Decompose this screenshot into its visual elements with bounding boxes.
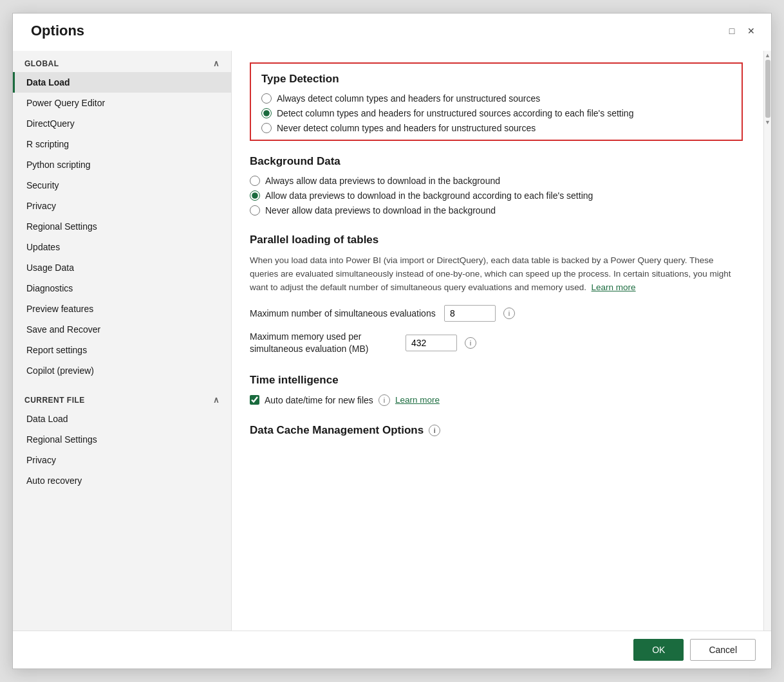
title-bar: Options □ ✕ xyxy=(13,14,771,44)
background-data-radio-0[interactable] xyxy=(250,176,260,186)
global-header-label: GLOBAL xyxy=(24,59,59,68)
sidebar-item-global-13[interactable]: Report settings xyxy=(13,340,231,360)
type-detection-radio-text-2: Never detect column types and headers fo… xyxy=(277,123,536,133)
dialog-footer: OK Cancel xyxy=(13,631,771,668)
sidebar-item-global-12[interactable]: Save and Recover xyxy=(13,319,231,340)
background-data-radio-text-1: Allow data previews to download in the b… xyxy=(265,190,593,201)
global-section-header: GLOBAL ∧ xyxy=(13,51,231,72)
main-content: Type Detection Always detect column type… xyxy=(232,51,763,631)
maximize-button[interactable]: □ xyxy=(723,24,740,38)
background-data-radio-label-1[interactable]: Allow data previews to download in the b… xyxy=(250,190,743,201)
parallel-loading-title: Parallel loading of tables xyxy=(250,234,743,246)
max-memory-label: Maximum memory used per simultaneous eva… xyxy=(250,331,398,356)
background-data-section: Background Data Always allow data previe… xyxy=(250,155,743,216)
background-data-radio-2[interactable] xyxy=(250,205,260,216)
current-file-chevron-icon: ∧ xyxy=(213,395,219,405)
background-data-radio-label-0[interactable]: Always allow data previews to download i… xyxy=(250,176,743,186)
sidebar-item-global-5[interactable]: Security xyxy=(13,175,231,196)
data-cache-section: Data Cache Management Options i xyxy=(250,424,743,437)
max-evaluations-input[interactable] xyxy=(444,305,496,322)
right-scrollbar[interactable]: ▲ ▼ xyxy=(763,51,771,631)
sidebar-item-global-2[interactable]: DirectQuery xyxy=(13,113,231,134)
sidebar-item-global-10[interactable]: Diagnostics xyxy=(13,278,231,299)
max-evaluations-info-icon: i xyxy=(503,308,515,319)
sidebar: GLOBAL ∧ Data LoadPower Query EditorDire… xyxy=(13,51,232,631)
parallel-learn-more-link[interactable]: Learn more xyxy=(592,282,636,292)
sidebar-item-global-7[interactable]: Regional Settings xyxy=(13,216,231,237)
sidebar-scroll[interactable]: GLOBAL ∧ Data LoadPower Query EditorDire… xyxy=(13,51,231,624)
scroll-thumb xyxy=(765,60,770,118)
type-detection-radio-2[interactable] xyxy=(261,123,272,133)
sidebar-item-global-3[interactable]: R scripting xyxy=(13,134,231,154)
scroll-down-arrow: ▼ xyxy=(765,119,770,125)
sidebar-item-current-3[interactable]: Auto recovery xyxy=(13,470,231,491)
type-detection-radio-0[interactable] xyxy=(261,93,272,104)
type-detection-section: Type Detection Always detect column type… xyxy=(250,62,743,141)
sidebar-item-global-8[interactable]: Updates xyxy=(13,237,231,257)
sidebar-item-current-1[interactable]: Regional Settings xyxy=(13,429,231,450)
background-data-radio-1[interactable] xyxy=(250,190,260,201)
title-bar-buttons: □ ✕ xyxy=(723,24,760,38)
data-cache-title-text: Data Cache Management Options xyxy=(250,424,424,437)
background-data-radio-group: Always allow data previews to download i… xyxy=(250,176,743,216)
dialog-body: GLOBAL ∧ Data LoadPower Query EditorDire… xyxy=(13,44,771,631)
auto-datetime-label: Auto date/time for new files xyxy=(265,395,373,405)
cancel-button[interactable]: Cancel xyxy=(690,639,756,661)
max-evaluations-row: Maximum number of simultaneous evaluatio… xyxy=(250,305,743,322)
parallel-desc-text: When you load data into Power BI (via im… xyxy=(250,255,731,292)
time-intelligence-title: Time intelligence xyxy=(250,374,743,387)
background-data-radio-text-0: Always allow data previews to download i… xyxy=(265,176,500,186)
sidebar-item-global-0[interactable]: Data Load xyxy=(13,72,231,93)
parallel-loading-description: When you load data into Power BI (via im… xyxy=(250,254,743,295)
sidebar-item-global-6[interactable]: Privacy xyxy=(13,196,231,216)
background-data-radio-text-2: Never allow data previews to download in… xyxy=(265,205,496,216)
sidebar-item-global-1[interactable]: Power Query Editor xyxy=(13,93,231,113)
sidebar-item-global-11[interactable]: Preview features xyxy=(13,299,231,319)
scroll-up-arrow: ▲ xyxy=(765,52,770,59)
current-file-header-label: CURRENT FILE xyxy=(24,396,85,405)
type-detection-radio-text-1: Detect column types and headers for unst… xyxy=(277,108,633,118)
type-detection-radio-group: Always detect column types and headers f… xyxy=(261,93,731,133)
sidebar-item-global-14[interactable]: Copilot (preview) xyxy=(13,360,231,381)
type-detection-radio-label-2[interactable]: Never detect column types and headers fo… xyxy=(261,123,731,133)
global-items-list: Data LoadPower Query EditorDirectQueryR … xyxy=(13,72,231,381)
options-dialog: Options □ ✕ GLOBAL ∧ Data LoadPower Quer… xyxy=(12,13,772,669)
type-detection-radio-label-0[interactable]: Always detect column types and headers f… xyxy=(261,93,731,104)
time-intel-learn-more-link[interactable]: Learn more xyxy=(395,395,440,405)
sidebar-item-current-0[interactable]: Data Load xyxy=(13,409,231,429)
max-evaluations-label: Maximum number of simultaneous evaluatio… xyxy=(250,308,436,318)
parallel-loading-section: Parallel loading of tables When you load… xyxy=(250,234,743,356)
current-file-section-header: CURRENT FILE ∧ xyxy=(13,387,231,409)
type-detection-title: Type Detection xyxy=(261,73,731,86)
global-chevron-icon: ∧ xyxy=(213,59,219,68)
max-memory-info-icon: i xyxy=(465,337,476,349)
background-data-title: Background Data xyxy=(250,155,743,168)
auto-datetime-row: Auto date/time for new files i Learn mor… xyxy=(250,394,743,406)
data-cache-info-icon: i xyxy=(429,425,440,436)
ok-button[interactable]: OK xyxy=(633,639,684,661)
type-detection-radio-text-0: Always detect column types and headers f… xyxy=(277,93,540,104)
auto-datetime-checkbox[interactable] xyxy=(250,395,259,405)
max-memory-row: Maximum memory used per simultaneous eva… xyxy=(250,331,743,356)
sidebar-item-global-9[interactable]: Usage Data xyxy=(13,257,231,278)
sidebar-item-global-4[interactable]: Python scripting xyxy=(13,154,231,175)
time-intel-info-icon: i xyxy=(378,394,390,406)
background-data-radio-label-2[interactable]: Never allow data previews to download in… xyxy=(250,205,743,216)
type-detection-radio-label-1[interactable]: Detect column types and headers for unst… xyxy=(261,108,731,118)
main-scroll[interactable]: Type Detection Always detect column type… xyxy=(232,51,763,631)
sidebar-item-current-2[interactable]: Privacy xyxy=(13,450,231,470)
type-detection-radio-1[interactable] xyxy=(261,108,272,118)
time-intelligence-section: Time intelligence Auto date/time for new… xyxy=(250,374,743,406)
data-cache-title: Data Cache Management Options i xyxy=(250,424,743,437)
dialog-title: Options xyxy=(31,23,84,39)
current-file-items-list: Data LoadRegional SettingsPrivacyAuto re… xyxy=(13,409,231,491)
max-memory-input[interactable] xyxy=(406,335,457,351)
close-button[interactable]: ✕ xyxy=(743,24,760,38)
